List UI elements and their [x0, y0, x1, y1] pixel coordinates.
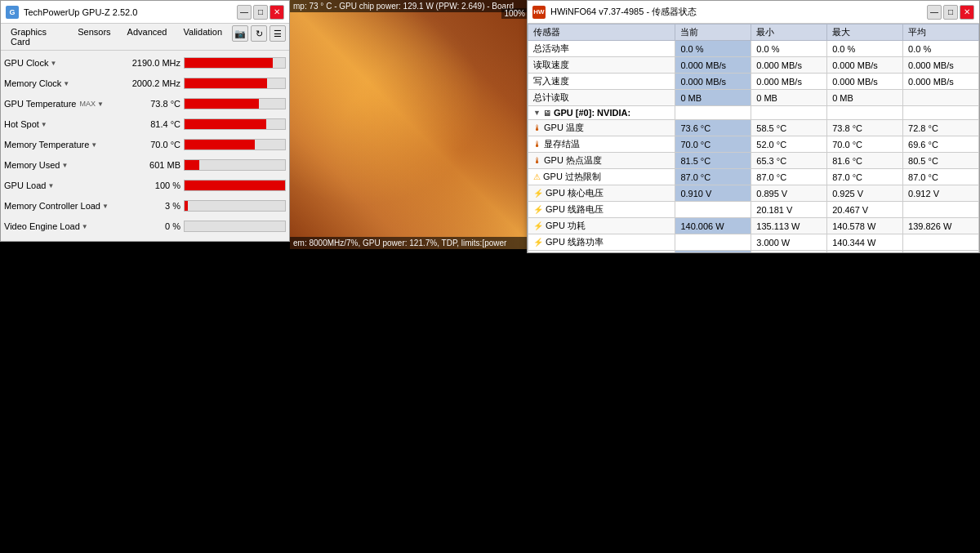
- hwinfo-current-value: 0 MB: [675, 90, 751, 106]
- sensor-value: 70.0 °C: [122, 140, 184, 149]
- hwinfo-min-value: 3.000 W: [751, 234, 827, 251]
- hwinfo-table-row: ○GPU 频率2,190.0 MHz2,145.0 MHz2,250.0 MHz…: [528, 251, 979, 253]
- sensors-table: GPU Clock ▼2190.0 MHzMemory Clock ▼2000.…: [1, 51, 289, 241]
- dropdown-arrow-icon[interactable]: ▼: [41, 121, 47, 128]
- hwinfo-sensor-name: 总计读取: [528, 90, 675, 106]
- hwinfo-max-value: 87.0 °C: [827, 169, 903, 185]
- hwinfo-maximize-btn[interactable]: □: [943, 5, 958, 20]
- dropdown-arrow-icon[interactable]: ▼: [50, 60, 56, 67]
- sensor-row-label: 写入速度: [533, 75, 569, 87]
- gpuz-titlebar: G TechPowerUp GPU-Z 2.52.0 — □ ✕: [1, 1, 289, 24]
- sensor-bar-wrap: [184, 118, 286, 130]
- sensor-bar: [185, 119, 266, 129]
- hwinfo-min-value: 0.895 V: [751, 185, 827, 202]
- dropdown-arrow-icon[interactable]: ▼: [47, 182, 54, 190]
- gpu-group-icon: 🖥: [543, 109, 551, 118]
- hwinfo-min-value: 135.113 W: [751, 218, 827, 234]
- hwinfo-min-value: 87.0 °C: [751, 169, 827, 185]
- hwinfo-max-value: 0.0 %: [827, 41, 903, 57]
- hwinfo-min-value: [751, 106, 827, 120]
- sensor-row-label: GPU [#0]: NVIDIA:: [554, 108, 630, 118]
- dropdown-arrow-icon[interactable]: ▼: [82, 223, 88, 230]
- hwinfo-avg-value: 80.5 °C: [903, 153, 979, 169]
- hwinfo-table-row: 🌡显存结温70.0 °C52.0 °C70.0 °C69.6 °C: [528, 136, 979, 153]
- dropdown-arrow-icon[interactable]: ▼: [102, 203, 109, 210]
- hwinfo-titlebar-controls: — □ ✕: [927, 5, 974, 20]
- sensor-row: Memory Used ▼601 MB: [4, 156, 286, 174]
- menu-graphics-card[interactable]: Graphics Card: [4, 25, 68, 48]
- hwinfo-table-row: ▼🖥GPU [#0]: NVIDIA:: [528, 106, 979, 120]
- gpu-info-top: mp: 73 ° C - GPU chip power: 129.1 W (PP…: [290, 0, 531, 12]
- col-min: 最小: [751, 25, 827, 41]
- hwinfo-min-value: 58.5 °C: [751, 120, 827, 136]
- sensor-row: Memory Clock ▼2000.2 MHz: [4, 74, 286, 92]
- sensor-bar: [185, 201, 188, 211]
- sensor-label: Memory Clock: [4, 78, 61, 88]
- sensor-label-wrap: GPU TemperatureMAX ▼: [4, 99, 122, 109]
- hwinfo-min-value: 52.0 °C: [751, 136, 827, 153]
- menu-btn[interactable]: ☰: [270, 25, 286, 42]
- sensor-row-label: GPU 线路功率: [546, 236, 604, 248]
- hwinfo-avg-value: 69.6 °C: [903, 136, 979, 153]
- sensor-bar-wrap: [184, 200, 286, 212]
- gpu-preview: mp: 73 ° C - GPU chip power: 129.1 W (PP…: [290, 0, 531, 249]
- sensor-row-label: GPU 热点温度: [544, 154, 602, 167]
- refresh-btn[interactable]: ↻: [251, 25, 267, 42]
- sensor-row-label: 显存结温: [544, 138, 580, 150]
- power-icon: ⚡: [533, 221, 543, 230]
- hwinfo-sensor-name: ⚡GPU 核心电压: [528, 185, 675, 202]
- gpuz-menu-bar: Graphics Card Sensors Advanced Validatio…: [1, 24, 289, 51]
- hwinfo-max-value: 0 MB: [827, 90, 903, 106]
- max-label: MAX: [79, 100, 96, 108]
- zoom-label: 100%: [501, 8, 528, 19]
- sensor-value: 601 MB: [122, 160, 184, 170]
- sensor-label-wrap: Hot Spot ▼: [4, 119, 122, 129]
- menu-sensors[interactable]: Sensors: [71, 25, 117, 48]
- expand-icon[interactable]: ▼: [533, 109, 541, 117]
- dropdown-arrow-icon[interactable]: ▼: [61, 162, 68, 169]
- sensor-row-label: GPU 过热限制: [543, 171, 601, 183]
- sensor-value: 81.4 °C: [122, 119, 184, 129]
- gpuz-titlebar-controls: — □ ✕: [237, 5, 284, 20]
- sensor-label: GPU Clock: [4, 58, 48, 68]
- hwinfo-current-value: [675, 106, 751, 120]
- hwinfo-table-row: ⚡GPU 核心电压0.910 V0.895 V0.925 V0.912 V: [528, 185, 979, 202]
- hwinfo-sensor-name: 🌡GPU 温度: [528, 120, 675, 136]
- sensor-value: 3 %: [122, 201, 184, 211]
- hwinfo-window: HW HWiNFO64 v7.37-4985 - 传感器状态 — □ ✕ 传感器…: [527, 0, 980, 253]
- hwinfo-max-value: 20.467 V: [827, 202, 903, 218]
- hwinfo-minimize-btn[interactable]: —: [927, 5, 942, 20]
- gpuz-close-btn[interactable]: ✕: [270, 5, 284, 20]
- sensor-bar: [185, 140, 255, 149]
- hwinfo-current-value: 0.000 MB/s: [675, 57, 751, 74]
- col-max: 最大: [827, 25, 903, 41]
- hwinfo-table-row: ⚡GPU 线路电压20.181 V20.467 V: [528, 202, 979, 218]
- gpuz-maximize-btn[interactable]: □: [253, 5, 268, 20]
- camera-btn[interactable]: 📷: [232, 25, 248, 42]
- gpuz-minimize-btn[interactable]: —: [237, 5, 252, 20]
- hwinfo-current-value: [675, 234, 751, 251]
- hwinfo-current-value: 0.910 V: [675, 185, 751, 202]
- sensor-row-label: GPU 温度: [544, 122, 584, 134]
- dropdown-arrow-icon[interactable]: ▼: [91, 141, 97, 149]
- gpuz-titlebar-left: G TechPowerUp GPU-Z 2.52.0: [6, 6, 137, 19]
- menu-validation[interactable]: Validation: [177, 25, 229, 48]
- sensor-row-label: 读取速度: [533, 59, 569, 71]
- sensor-label-wrap: GPU Clock ▼: [4, 58, 122, 68]
- dropdown-arrow-icon[interactable]: ▼: [63, 80, 69, 87]
- dropdown-arrow-icon[interactable]: ▼: [97, 100, 104, 108]
- sensor-row-label: GPU 功耗: [546, 220, 586, 232]
- hwinfo-current-value: 81.5 °C: [675, 153, 751, 169]
- hwinfo-max-value: 140.578 W: [827, 218, 903, 234]
- sensor-bar-wrap: [184, 221, 286, 232]
- sensor-value: 100 %: [122, 181, 184, 190]
- sensor-row: Hot Spot ▼81.4 °C: [4, 115, 286, 133]
- sensor-bar-wrap: [184, 159, 286, 171]
- menu-advanced[interactable]: Advanced: [121, 25, 174, 48]
- sensor-bar: [185, 99, 259, 109]
- hwinfo-table-row: 读取速度0.000 MB/s0.000 MB/s0.000 MB/s0.000 …: [528, 57, 979, 74]
- hwinfo-close-btn[interactable]: ✕: [960, 5, 974, 20]
- sensor-label-wrap: Video Engine Load ▼: [4, 221, 122, 231]
- gpuz-icon: G: [6, 6, 19, 19]
- hwinfo-current-value: 140.006 W: [675, 218, 751, 234]
